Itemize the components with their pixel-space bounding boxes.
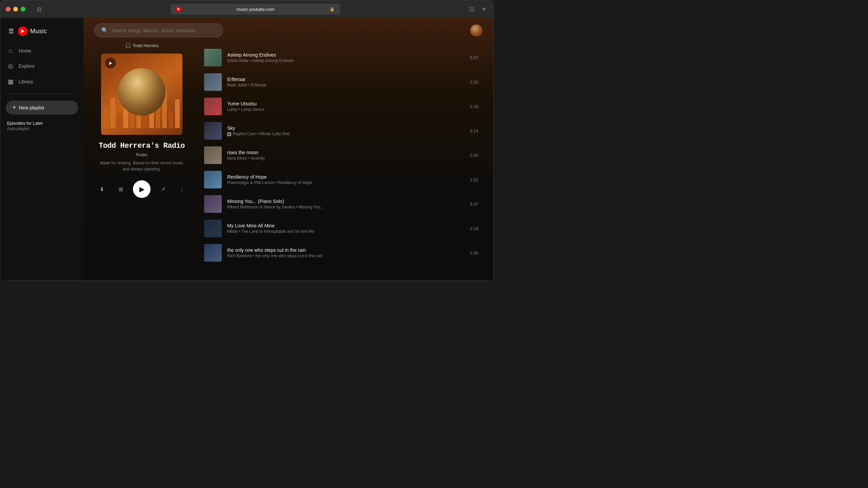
url-text: music.youtube.com xyxy=(184,7,327,12)
track-meta: Mitski • The Land Is Inhospitable and So… xyxy=(227,229,465,234)
save-button[interactable]: ⊞ xyxy=(114,182,127,196)
avatar-image xyxy=(470,24,482,37)
track-name: My Love Mine All Mine xyxy=(227,223,465,228)
track-info: Missing You... (Piano Solo)Rikard Mathis… xyxy=(227,199,465,209)
search-bar[interactable]: 🔍 xyxy=(94,23,223,37)
site-favicon xyxy=(176,6,181,12)
track-duration: 5:07 xyxy=(470,55,478,60)
play-button[interactable]: ▶ xyxy=(133,180,151,198)
plus-icon: + xyxy=(13,104,16,111)
track-item[interactable]: Resiliency of HopePianostalgic & Phil La… xyxy=(200,167,482,192)
download-button[interactable]: ⬇ xyxy=(95,182,108,196)
sidebar-divider xyxy=(7,94,77,94)
track-thumbnail xyxy=(204,98,222,115)
sidebar-toggle-button[interactable]: ⊡ xyxy=(34,5,44,13)
more-options-icon: ⋮ xyxy=(179,186,184,192)
search-input[interactable] xyxy=(112,28,216,33)
track-duration: 2:30 xyxy=(470,250,478,256)
track-list: Asleep Among EndivesIchiko Aoba • Asleep… xyxy=(200,43,482,270)
track-meta: Mark Jubel • Erfteraar xyxy=(227,83,465,87)
track-name: Asleep Among Endives xyxy=(227,52,465,58)
track-duration: 3:14 xyxy=(470,128,478,134)
new-playlist-button[interactable]: + New playlist xyxy=(6,101,78,115)
search-icon: 🔍 xyxy=(101,27,108,34)
lock-icon: 🔒 xyxy=(330,7,335,12)
address-bar-container: music.youtube.com 🔒 xyxy=(48,4,462,15)
playlist-subtitle: Auto playlist xyxy=(7,126,77,131)
sidebar-item-home[interactable]: ⌂ Home xyxy=(0,43,83,58)
hamburger-menu-button[interactable]: ☰ xyxy=(7,26,15,36)
content-header: 🔍 xyxy=(83,18,493,43)
sidebar-item-library[interactable]: ▦ Library xyxy=(0,74,83,89)
share-button[interactable]: ↗ xyxy=(156,182,170,196)
track-name: Missing You... (Piano Solo) xyxy=(227,199,465,204)
track-info: My Love Mine All MineMitski • The Land I… xyxy=(227,223,465,234)
sidebar-item-library-label: Library xyxy=(19,79,33,84)
track-duration: 3:47 xyxy=(470,202,478,207)
track-name: the only one who steps out in the rain xyxy=(227,247,465,253)
playlist-title: Episodes for Later xyxy=(7,121,77,126)
track-meta: Pianostalgic & Phil Larson • Resiliency … xyxy=(227,180,465,185)
artist-emoji: 🎧 xyxy=(125,43,131,48)
home-icon: ⌂ xyxy=(7,47,14,54)
track-thumbnail xyxy=(204,171,222,188)
explore-icon: ◎ xyxy=(7,62,14,70)
minimize-button[interactable] xyxy=(13,7,18,12)
main-content: 🔍 🎧 Todd Herrera ▶ xyxy=(83,18,493,281)
logo-text: Music xyxy=(30,28,47,35)
album-art: ▶ xyxy=(101,54,182,135)
cast-button[interactable]: ⬛ xyxy=(466,5,477,13)
share-icon: ↗ xyxy=(161,186,165,192)
save-icon: ⊞ xyxy=(119,186,123,192)
track-meta: liana flores • recently xyxy=(227,156,465,161)
close-button[interactable] xyxy=(6,7,11,12)
library-icon: ▦ xyxy=(7,78,14,85)
track-name: Resiliency of Hope xyxy=(227,174,465,180)
sidebar-playlist-episodes[interactable]: Episodes for Later Auto playlist xyxy=(0,117,83,135)
maximize-button[interactable] xyxy=(21,7,25,12)
track-info: SkyEPlayboi Carti • Whole Lotta Red xyxy=(227,125,465,136)
artist-circle xyxy=(118,68,165,116)
track-item[interactable]: SkyEPlayboi Carti • Whole Lotta Red3:14 xyxy=(200,119,482,143)
artist-name: Todd Herrera xyxy=(133,43,159,48)
play-icon: ▶ xyxy=(139,185,144,193)
track-duration: 5:16 xyxy=(470,104,478,109)
track-name: Erfteraar xyxy=(227,77,465,82)
sidebar-item-explore[interactable]: ◎ Explore xyxy=(0,58,83,74)
user-avatar[interactable] xyxy=(470,24,482,37)
app-container: ☰ Music ⌂ Home ◎ Explore ▦ Library + New… xyxy=(0,18,493,281)
track-item[interactable]: Yume UtsutsuLamp • Lamp Genso5:16 xyxy=(200,94,482,119)
radio-icon: ▶ xyxy=(109,61,112,65)
radio-type: Radio xyxy=(136,152,147,157)
address-bar[interactable]: music.youtube.com 🔒 xyxy=(171,4,340,15)
titlebar: ⊡ music.youtube.com 🔒 ⬛ + xyxy=(0,0,493,18)
track-meta: Rikard Mathisson & Sence by Sandra • Mis… xyxy=(227,205,465,209)
track-item[interactable]: Missing You... (Piano Solo)Rikard Mathis… xyxy=(200,192,482,216)
track-thumbnail xyxy=(204,146,222,164)
titlebar-actions: ⬛ + xyxy=(466,5,488,13)
track-info: ErfteraarMark Jubel • Erfteraar xyxy=(227,77,465,87)
sound-bar xyxy=(175,99,180,128)
radio-description: Made for sharing. Based on their recent … xyxy=(94,160,189,172)
sound-bar xyxy=(117,113,122,128)
download-icon: ⬇ xyxy=(100,186,104,192)
track-item[interactable]: ErfteraarMark Jubel • Erfteraar2:25 xyxy=(200,70,482,94)
track-item[interactable]: My Love Mine All MineMitski • The Land I… xyxy=(200,216,482,241)
radio-title: Todd Herrera's Radio xyxy=(99,142,185,150)
track-thumbnail xyxy=(204,195,222,213)
track-item[interactable]: rises the moonliana flores • recently2:4… xyxy=(200,143,482,167)
sidebar: ☰ Music ⌂ Home ◎ Explore ▦ Library + New… xyxy=(0,18,83,281)
track-thumbnail xyxy=(204,73,222,91)
track-item[interactable]: Asleep Among EndivesIchiko Aoba • Asleep… xyxy=(200,45,482,70)
track-info: rises the moonliana flores • recently xyxy=(227,150,465,161)
radio-panel: 🎧 Todd Herrera ▶ Todd Herrera's Radio Ra… xyxy=(94,43,189,270)
track-meta: Lamp • Lamp Genso xyxy=(227,107,465,112)
track-thumbnail xyxy=(204,220,222,237)
track-item[interactable]: the only one who steps out in the rainRi… xyxy=(200,241,482,265)
explicit-badge: E xyxy=(227,132,231,136)
track-thumbnail xyxy=(204,244,222,262)
more-options-button[interactable]: ⋮ xyxy=(175,182,189,196)
track-meta: Ichiko Aoba • Asleep Among Endives xyxy=(227,58,465,63)
new-tab-button[interactable]: + xyxy=(480,5,488,13)
sidebar-item-home-label: Home xyxy=(19,48,31,54)
